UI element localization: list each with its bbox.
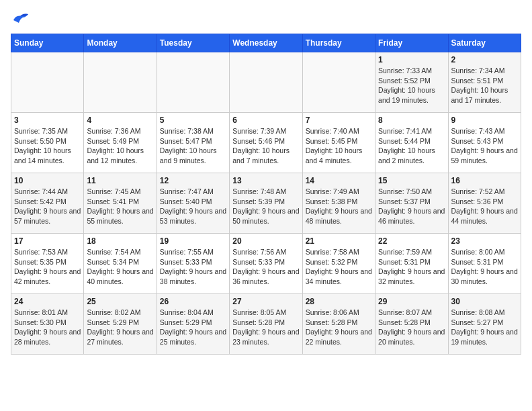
day-cell: [302, 52, 375, 113]
day-cell: 29Sunrise: 8:07 AM Sunset: 5:28 PM Dayli…: [375, 294, 448, 355]
day-info: Sunrise: 7:59 AM Sunset: 5:31 PM Dayligh…: [378, 247, 445, 287]
day-number: 20: [232, 236, 299, 246]
day-cell: 13Sunrise: 7:48 AM Sunset: 5:39 PM Dayli…: [230, 173, 302, 234]
day-info: Sunrise: 7:54 AM Sunset: 5:34 PM Dayligh…: [87, 247, 153, 287]
day-number: 17: [14, 236, 81, 246]
day-number: 24: [14, 297, 81, 306]
day-info: Sunrise: 7:35 AM Sunset: 5:50 PM Dayligh…: [14, 126, 81, 166]
calendar-table: SundayMondayTuesdayWednesdayThursdayFrid…: [11, 34, 521, 355]
day-cell: 25Sunrise: 8:02 AM Sunset: 5:29 PM Dayli…: [84, 294, 157, 355]
day-number: 11: [87, 176, 153, 185]
weekday-header-wednesday: Wednesday: [230, 34, 302, 52]
day-info: Sunrise: 7:56 AM Sunset: 5:33 PM Dayligh…: [232, 247, 299, 287]
day-info: Sunrise: 8:05 AM Sunset: 5:28 PM Dayligh…: [232, 308, 299, 347]
day-number: 19: [160, 236, 226, 246]
day-number: 9: [451, 116, 518, 125]
day-info: Sunrise: 7:49 AM Sunset: 5:38 PM Dayligh…: [306, 187, 372, 226]
day-number: 30: [451, 297, 518, 306]
day-info: Sunrise: 8:00 AM Sunset: 5:31 PM Dayligh…: [451, 247, 518, 287]
day-cell: 22Sunrise: 7:59 AM Sunset: 5:31 PM Dayli…: [375, 234, 448, 294]
day-cell: 28Sunrise: 8:06 AM Sunset: 5:28 PM Dayli…: [302, 294, 375, 355]
day-number: 10: [14, 176, 81, 185]
day-cell: 23Sunrise: 8:00 AM Sunset: 5:31 PM Dayli…: [448, 234, 521, 294]
day-cell: [230, 52, 302, 113]
week-row-3: 10Sunrise: 7:44 AM Sunset: 5:42 PM Dayli…: [11, 173, 521, 234]
day-info: Sunrise: 7:38 AM Sunset: 5:47 PM Dayligh…: [160, 126, 226, 166]
day-info: Sunrise: 8:04 AM Sunset: 5:29 PM Dayligh…: [160, 308, 226, 347]
day-info: Sunrise: 8:08 AM Sunset: 5:27 PM Dayligh…: [451, 308, 518, 347]
day-cell: 12Sunrise: 7:47 AM Sunset: 5:40 PM Dayli…: [157, 173, 229, 234]
day-cell: 8Sunrise: 7:41 AM Sunset: 5:44 PM Daylig…: [375, 113, 448, 173]
day-info: Sunrise: 7:44 AM Sunset: 5:42 PM Dayligh…: [14, 187, 81, 226]
day-number: 4: [87, 116, 153, 125]
day-number: 14: [306, 176, 372, 185]
day-number: 6: [232, 116, 299, 125]
day-info: Sunrise: 7:48 AM Sunset: 5:39 PM Dayligh…: [232, 187, 299, 226]
day-number: 22: [378, 236, 445, 246]
day-number: 29: [378, 297, 445, 306]
day-cell: 9Sunrise: 7:43 AM Sunset: 5:43 PM Daylig…: [448, 113, 521, 173]
week-row-5: 24Sunrise: 8:01 AM Sunset: 5:30 PM Dayli…: [11, 294, 521, 355]
day-number: 7: [306, 116, 372, 125]
day-info: Sunrise: 8:01 AM Sunset: 5:30 PM Dayligh…: [14, 308, 81, 347]
day-number: 27: [232, 297, 299, 306]
day-info: Sunrise: 7:33 AM Sunset: 5:52 PM Dayligh…: [378, 66, 445, 105]
day-info: Sunrise: 7:39 AM Sunset: 5:46 PM Dayligh…: [232, 126, 299, 166]
day-info: Sunrise: 7:52 AM Sunset: 5:36 PM Dayligh…: [451, 187, 518, 226]
day-info: Sunrise: 7:43 AM Sunset: 5:43 PM Dayligh…: [451, 126, 518, 166]
day-cell: 26Sunrise: 8:04 AM Sunset: 5:29 PM Dayli…: [157, 294, 229, 355]
day-number: 28: [306, 297, 372, 306]
day-number: 8: [378, 116, 445, 125]
day-cell: 30Sunrise: 8:08 AM Sunset: 5:27 PM Dayli…: [448, 294, 521, 355]
day-cell: [157, 52, 229, 113]
day-info: Sunrise: 7:50 AM Sunset: 5:37 PM Dayligh…: [378, 187, 445, 226]
day-number: 12: [160, 176, 226, 185]
day-info: Sunrise: 7:40 AM Sunset: 5:45 PM Dayligh…: [306, 126, 372, 166]
day-cell: 16Sunrise: 7:52 AM Sunset: 5:36 PM Dayli…: [448, 173, 521, 234]
day-cell: 3Sunrise: 7:35 AM Sunset: 5:50 PM Daylig…: [11, 113, 84, 173]
week-row-1: 1Sunrise: 7:33 AM Sunset: 5:52 PM Daylig…: [11, 52, 521, 113]
day-number: 16: [451, 176, 518, 185]
day-cell: 1Sunrise: 7:33 AM Sunset: 5:52 PM Daylig…: [375, 52, 448, 113]
day-info: Sunrise: 7:45 AM Sunset: 5:41 PM Dayligh…: [87, 187, 153, 226]
weekday-header-thursday: Thursday: [302, 34, 375, 52]
day-cell: [84, 52, 157, 113]
day-cell: 7Sunrise: 7:40 AM Sunset: 5:45 PM Daylig…: [302, 113, 375, 173]
day-info: Sunrise: 8:02 AM Sunset: 5:29 PM Dayligh…: [87, 308, 153, 347]
day-cell: 10Sunrise: 7:44 AM Sunset: 5:42 PM Dayli…: [11, 173, 84, 234]
day-info: Sunrise: 7:34 AM Sunset: 5:51 PM Dayligh…: [451, 66, 518, 105]
day-info: Sunrise: 7:47 AM Sunset: 5:40 PM Dayligh…: [160, 187, 226, 226]
day-cell: 11Sunrise: 7:45 AM Sunset: 5:41 PM Dayli…: [84, 173, 157, 234]
day-number: 21: [306, 236, 372, 246]
day-number: 23: [451, 236, 518, 246]
weekday-header-sunday: Sunday: [11, 34, 84, 52]
day-cell: 21Sunrise: 7:58 AM Sunset: 5:32 PM Dayli…: [302, 234, 375, 294]
day-info: Sunrise: 8:07 AM Sunset: 5:28 PM Dayligh…: [378, 308, 445, 347]
page-header: [11, 11, 521, 26]
day-info: Sunrise: 7:41 AM Sunset: 5:44 PM Dayligh…: [378, 126, 445, 166]
day-info: Sunrise: 7:58 AM Sunset: 5:32 PM Dayligh…: [306, 247, 372, 287]
day-number: 1: [378, 55, 445, 64]
weekday-header-row: SundayMondayTuesdayWednesdayThursdayFrid…: [11, 34, 521, 52]
day-cell: 5Sunrise: 7:38 AM Sunset: 5:47 PM Daylig…: [157, 113, 229, 173]
logo-bird-icon: [11, 11, 30, 26]
day-cell: 20Sunrise: 7:56 AM Sunset: 5:33 PM Dayli…: [230, 234, 302, 294]
weekday-header-monday: Monday: [84, 34, 157, 52]
day-cell: 27Sunrise: 8:05 AM Sunset: 5:28 PM Dayli…: [230, 294, 302, 355]
day-cell: [11, 52, 84, 113]
weekday-header-tuesday: Tuesday: [157, 34, 229, 52]
week-row-4: 17Sunrise: 7:53 AM Sunset: 5:35 PM Dayli…: [11, 234, 521, 294]
day-number: 3: [14, 116, 81, 125]
day-cell: 4Sunrise: 7:36 AM Sunset: 5:49 PM Daylig…: [84, 113, 157, 173]
day-number: 13: [232, 176, 299, 185]
weekday-header-friday: Friday: [375, 34, 448, 52]
logo: [11, 11, 32, 26]
weekday-header-saturday: Saturday: [448, 34, 521, 52]
day-number: 26: [160, 297, 226, 306]
day-info: Sunrise: 7:55 AM Sunset: 5:33 PM Dayligh…: [160, 247, 226, 287]
day-cell: 18Sunrise: 7:54 AM Sunset: 5:34 PM Dayli…: [84, 234, 157, 294]
day-number: 15: [378, 176, 445, 185]
week-row-2: 3Sunrise: 7:35 AM Sunset: 5:50 PM Daylig…: [11, 113, 521, 173]
day-cell: 24Sunrise: 8:01 AM Sunset: 5:30 PM Dayli…: [11, 294, 84, 355]
day-cell: 2Sunrise: 7:34 AM Sunset: 5:51 PM Daylig…: [448, 52, 521, 113]
